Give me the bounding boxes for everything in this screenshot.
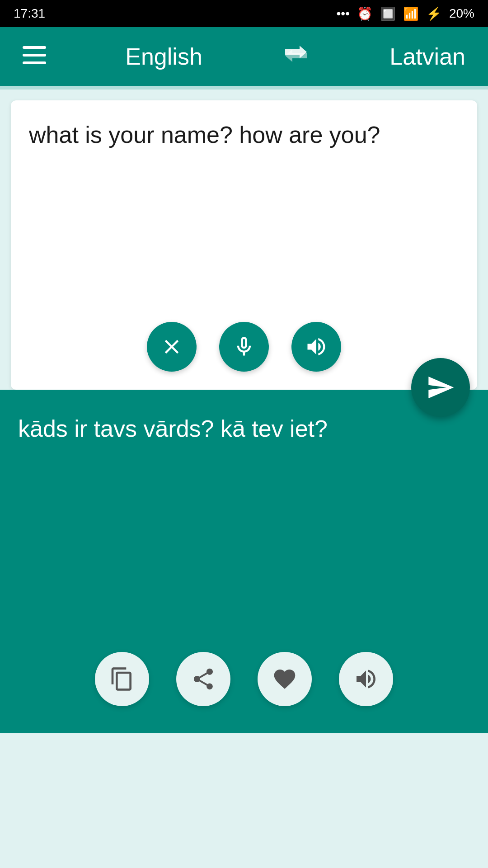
battery-indicator: 20% [449, 6, 474, 21]
nav-bar: English Latvian [0, 27, 488, 86]
share-button[interactable] [176, 652, 230, 706]
source-text[interactable]: what is your name? how are you? [29, 122, 380, 148]
status-icons: ••• ⏰ 🔲 📶 ⚡ 20% [337, 6, 474, 21]
translate-fab-button[interactable] [411, 358, 470, 417]
source-wrapper: what is your name? how are you? [0, 100, 488, 390]
svg-rect-0 [23, 46, 46, 49]
hamburger-menu-icon[interactable] [23, 44, 46, 69]
translation-speaker-button[interactable] [339, 652, 393, 706]
microphone-button[interactable] [219, 322, 269, 372]
speaker-button[interactable] [291, 322, 341, 372]
bolt-icon: ⚡ [426, 6, 442, 21]
signal-icon: 📶 [403, 6, 419, 21]
swap-languages-icon[interactable] [282, 42, 310, 71]
status-bar: 17:31 ••• ⏰ 🔲 📶 ⚡ 20% [0, 0, 488, 27]
copy-button[interactable] [95, 652, 149, 706]
ellipsis-icon: ••• [337, 6, 350, 21]
translation-text: kāds ir tavs vārds? kā tev iet? [18, 415, 328, 442]
target-language-label[interactable]: Latvian [389, 43, 465, 70]
sim-icon: 🔲 [380, 6, 396, 21]
status-time: 17:31 [14, 6, 45, 21]
source-panel: what is your name? how are you? [11, 100, 477, 390]
alarm-icon: ⏰ [357, 6, 373, 21]
favorite-button[interactable] [258, 652, 312, 706]
source-buttons [11, 322, 477, 372]
svg-rect-1 [23, 54, 46, 57]
translation-panel: kāds ir tavs vārds? kā tev iet? [0, 390, 488, 733]
battery-percent: 20% [449, 6, 474, 21]
translation-buttons [0, 652, 488, 706]
clear-button[interactable] [147, 322, 197, 372]
top-divider [0, 86, 488, 90]
svg-rect-2 [23, 61, 46, 64]
source-language-label[interactable]: English [125, 43, 202, 70]
